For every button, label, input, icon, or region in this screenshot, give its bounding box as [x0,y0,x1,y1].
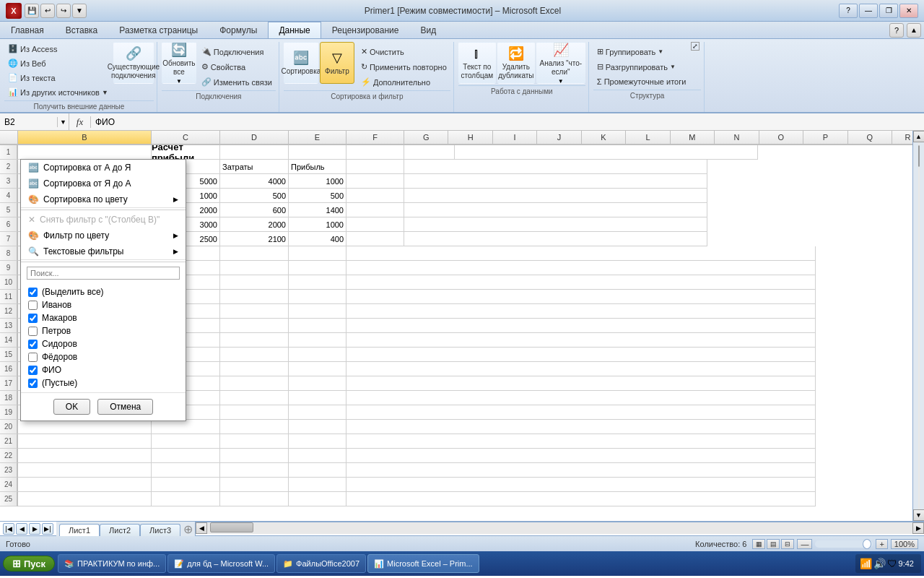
filter-text-filters[interactable]: 🔍 Текстовые фильтры ▶ [21,243,186,259]
cell-d7[interactable]: 2100 [220,232,289,246]
cell-d17[interactable] [220,376,289,391]
cell-b21[interactable] [18,434,152,449]
btn-remove-duplicates[interactable]: 🔁 Удалить дубликаты [497,42,535,84]
cell-e14[interactable] [289,333,346,348]
row-num-16[interactable]: 16 [0,362,18,376]
customize-btn[interactable]: ▼ [72,4,87,18]
cell-rest-7[interactable] [404,232,707,246]
btn-refresh-all[interactable]: 🔄 Обновить все ▼ [162,42,196,84]
cell-rest-19[interactable] [346,405,816,420]
sheet-first-btn[interactable]: |◀ [3,523,14,535]
function-wizard-btn[interactable]: fx [69,116,91,128]
cell-rest-20[interactable] [346,420,816,434]
start-button[interactable]: ⊞ Пуск [3,556,55,571]
cell-d11[interactable] [220,290,289,304]
restore-btn[interactable]: ❐ [879,4,898,18]
formula-input[interactable]: ФИО [91,117,924,127]
btn-subtotal[interactable]: Σ Промежуточные итоги [593,75,690,88]
cell-d13[interactable] [220,319,289,333]
taskbar-item-0[interactable]: 📚 ПРАКТИКУМ по инф... [58,554,166,573]
sheet-last-btn[interactable]: ▶| [42,523,53,535]
row-num-21[interactable]: 21 [0,434,18,449]
cell-rest-13[interactable] [346,319,816,333]
filter-check-petrov[interactable]: Петров [24,324,183,337]
tab-formulas[interactable]: Формулы [209,22,268,38]
cell-e17[interactable] [289,376,346,391]
btn-filter[interactable]: ▽ Фильтр [320,42,354,84]
col-header-l[interactable]: L [626,131,670,144]
row-num-18[interactable]: 18 [0,391,18,405]
cell-e23[interactable] [289,463,346,478]
cell-rest-14[interactable] [346,333,816,348]
zoom-in-btn[interactable]: + [876,539,887,549]
view-normal-btn[interactable]: ▦ [752,539,765,549]
cell-g1[interactable] [404,145,455,160]
scroll-right-btn[interactable]: ▶ [912,522,924,534]
filter-sort-za[interactable]: 🔤 Сортировка от Я до А [21,176,186,191]
scroll-up-btn[interactable]: ▲ [913,131,925,142]
cell-e8[interactable] [289,246,346,261]
row-num-10[interactable]: 10 [0,275,18,290]
row-num-22[interactable]: 22 [0,449,18,463]
cell-b22[interactable] [18,449,152,463]
taskbar-item-3[interactable]: 📊 Microsoft Excel – Prim... [367,554,479,573]
cell-rest-4[interactable] [404,189,707,203]
row-num-25[interactable]: 25 [0,492,18,506]
cell-d10[interactable] [220,275,289,290]
col-header-m[interactable]: M [671,131,715,144]
btn-edit-links[interactable]: 🔗 Изменить связи [198,75,276,89]
cell-rest-8[interactable] [346,246,816,261]
col-header-j[interactable]: J [537,131,581,144]
row-num-24[interactable]: 24 [0,478,18,492]
cell-e1[interactable] [289,145,346,160]
filter-cancel-button[interactable]: Отмена [97,399,153,415]
cell-e16[interactable] [289,362,346,376]
cell-rest-5[interactable] [404,203,707,217]
cell-d3[interactable]: 4000 [220,174,289,189]
checkbox-all[interactable] [28,288,38,297]
cell-d6[interactable]: 2000 [220,217,289,232]
cell-b24[interactable] [18,478,152,492]
cell-f6[interactable] [346,217,404,232]
btn-from-access[interactable]: 🗄️ Из Access [4,42,112,56]
cell-rest-16[interactable] [346,362,816,376]
zoom-level[interactable]: 100% [891,539,918,549]
cell-d21[interactable] [220,434,289,449]
btn-connections[interactable]: 🔌 Подключения [198,45,276,59]
tab-page-layout[interactable]: Разметка страницы [108,22,209,38]
checkbox-ivanov[interactable] [28,301,38,310]
cell-f4[interactable] [346,189,404,203]
cell-d5[interactable]: 600 [220,203,289,217]
col-header-o[interactable]: O [759,131,803,144]
checkbox-sidorov[interactable] [28,340,38,349]
filter-sort-az[interactable]: 🔤 Сортировка от А до Я [21,160,186,176]
row-num-15[interactable]: 15 [0,348,18,362]
cell-rest-9[interactable] [346,261,816,275]
row-num-1[interactable]: 1 [0,145,18,160]
row-num-8[interactable]: 8 [0,246,18,261]
cell-d14[interactable] [220,333,289,348]
cell-d12[interactable] [220,304,289,319]
cell-d4[interactable]: 500 [220,189,289,203]
row-num-6[interactable]: 6 [0,217,18,232]
cell-f1[interactable] [346,145,404,160]
cell-b25[interactable] [18,492,152,506]
cell-e3[interactable]: 1000 [289,174,346,189]
sheet-tab-1[interactable]: Лист1 [59,524,100,536]
zoom-thumb[interactable] [863,539,871,549]
close-btn[interactable]: ✕ [899,4,918,18]
cell-e11[interactable] [289,290,346,304]
tab-insert[interactable]: Вставка [55,22,109,38]
cell-e9[interactable] [289,261,346,275]
undo-btn[interactable]: ↩ [40,4,55,18]
scroll-track-v[interactable] [918,142,920,509]
filter-check-fio[interactable]: ФИО [24,363,183,376]
cell-b1[interactable] [18,145,152,160]
cell-e10[interactable] [289,275,346,290]
col-header-n[interactable]: N [715,131,759,144]
row-num-11[interactable]: 11 [0,290,18,304]
cell-f2[interactable] [346,160,404,174]
taskbar-item-1[interactable]: 📝 для бд – Microsoft W... [167,554,275,573]
filter-check-empty[interactable]: (Пустые) [24,376,183,389]
cell-rest-25[interactable] [346,492,816,506]
